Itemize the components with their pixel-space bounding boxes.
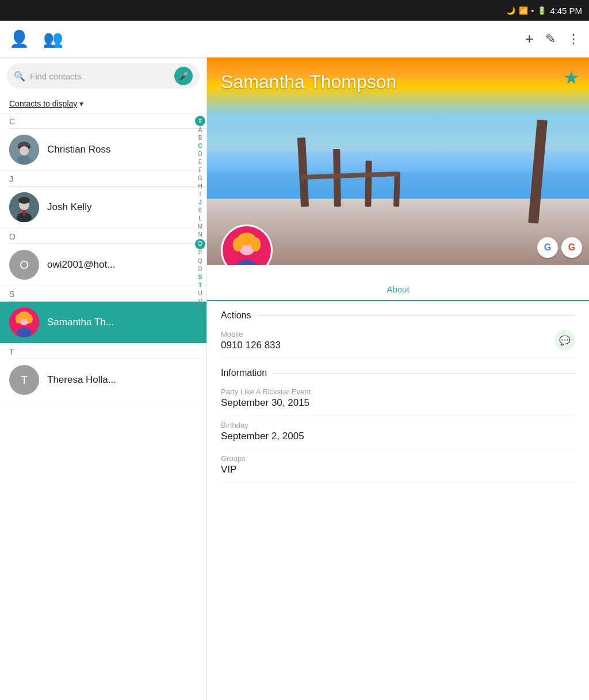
more-menu-button[interactable]: ⋮ xyxy=(567,32,580,47)
event-label: Party Like A Rickstar Event xyxy=(221,387,311,396)
alpha-w[interactable]: W xyxy=(197,306,202,314)
alpha-k[interactable]: K xyxy=(198,207,202,215)
sms-button[interactable]: 💬 xyxy=(554,330,575,351)
groups-field: Groups VIP xyxy=(221,450,575,483)
moon-icon: 🌙 xyxy=(506,6,515,15)
avatar-josh-kelly xyxy=(9,192,39,222)
groups-tab-icon[interactable]: 👥 xyxy=(43,29,63,48)
alpha-r[interactable]: R xyxy=(198,265,202,273)
event-value: September 30, 2015 xyxy=(221,397,311,409)
mobile-value[interactable]: 0910 126 833 xyxy=(221,340,281,351)
alpha-e[interactable]: E xyxy=(198,158,202,166)
tabs: About xyxy=(207,265,589,301)
svg-point-19 xyxy=(233,238,243,252)
edit-button[interactable]: ✎ xyxy=(545,32,556,47)
section-header-s: S xyxy=(0,286,206,301)
avatar-samantha-thompson-list xyxy=(9,307,39,337)
left-panel: 🔍 Find contacts 🎤 Contacts to display ▾ … xyxy=(0,58,207,700)
alpha-f[interactable]: F xyxy=(198,166,202,174)
contact-item-christian-ross[interactable]: Christian Ross xyxy=(0,129,206,171)
contact-name-christian-ross: Christian Ross xyxy=(47,144,111,155)
alpha-p[interactable]: P xyxy=(198,249,202,257)
section-header-actions: Actions xyxy=(221,301,575,325)
contact-item-josh-kelly[interactable]: Josh Kelly xyxy=(0,187,206,229)
event-field: Party Like A Rickstar Event September 30… xyxy=(221,383,575,416)
alpha-h[interactable]: H xyxy=(198,182,202,191)
post-3 xyxy=(365,161,372,207)
alpha-v[interactable]: V xyxy=(198,298,202,306)
alpha-q[interactable]: Q xyxy=(198,257,202,265)
svg-point-3 xyxy=(20,146,29,155)
section-header-t: T xyxy=(0,344,206,359)
alpha-a[interactable]: A xyxy=(198,126,202,134)
contact-item-theresa-holla[interactable]: T Theresa Holla... xyxy=(0,359,206,401)
svg-point-20 xyxy=(251,238,261,252)
svg-point-14 xyxy=(27,314,33,324)
star-icon[interactable]: ★ xyxy=(563,67,580,89)
status-time: 4:45 PM xyxy=(550,6,582,16)
search-bar: 🔍 Find contacts 🎤 xyxy=(7,63,200,89)
avatar-theresa-holla: T xyxy=(9,365,39,395)
add-contact-button[interactable]: + xyxy=(525,30,534,48)
alpha-l[interactable]: L xyxy=(198,215,202,223)
svg-point-7 xyxy=(18,197,30,204)
contact-name-josh-kelly: Josh Kelly xyxy=(47,201,91,213)
section-header-information: Information xyxy=(221,359,575,383)
birthday-label: Birthday xyxy=(221,421,304,429)
alpha-u[interactable]: U xyxy=(198,290,202,298)
alpha-b[interactable]: B xyxy=(198,134,202,142)
contact-item-owi2001[interactable]: O owi2001@hot... xyxy=(0,244,206,286)
birthday-field: Birthday September 2, 2005 xyxy=(221,416,575,450)
sms-icon: 💬 xyxy=(559,335,571,346)
mic-icon: 🎤 xyxy=(179,71,189,81)
alpha-t[interactable]: T xyxy=(198,281,202,290)
contact-banner: Samantha Thompson ★ G xyxy=(207,58,589,265)
app-bar: 👤 👥 + ✎ ⋮ xyxy=(0,21,589,58)
information-divider xyxy=(274,373,575,374)
contact-details: Actions Mobile 0910 126 833 💬 Informatio… xyxy=(207,301,589,700)
right-panel: Samantha Thompson ★ G xyxy=(207,58,589,700)
avatar-christian-ross xyxy=(9,135,39,165)
contacts-filter-label: Contacts to display xyxy=(9,99,77,108)
status-bar: 🌙 📶 ▪ 🔋 4:45 PM xyxy=(0,0,589,21)
contact-name-theresa-holla: Theresa Holla... xyxy=(47,374,116,386)
avatar-owi2001: O xyxy=(9,250,39,280)
google-icons: G G xyxy=(537,237,582,258)
person-tab-icon[interactable]: 👤 xyxy=(9,29,29,48)
contact-item-samantha-thompson[interactable]: Samantha Th... xyxy=(0,302,206,344)
mobile-label: Mobile xyxy=(221,330,281,338)
alpha-s[interactable]: S xyxy=(198,273,202,281)
contact-name-samantha-thompson-list: Samantha Th... xyxy=(47,317,114,328)
alpha-d[interactable]: D xyxy=(198,150,202,158)
mobile-field: Mobile 0910 126 833 💬 xyxy=(221,325,575,359)
main-layout: 🔍 Find contacts 🎤 Contacts to display ▾ … xyxy=(0,58,589,700)
google-icon-1[interactable]: G xyxy=(537,237,558,258)
svg-point-13 xyxy=(16,314,21,324)
app-bar-right: + ✎ ⋮ xyxy=(525,30,580,48)
section-header-c: C xyxy=(0,113,206,128)
search-icon: 🔍 xyxy=(14,71,25,82)
alpha-m[interactable]: M xyxy=(198,223,202,231)
alpha-c[interactable]: C xyxy=(198,142,202,150)
app-bar-left: 👤 👥 xyxy=(9,29,525,48)
alphabet-index: # A B C D E F G H I J K L M N O P Q R S xyxy=(194,113,206,700)
alpha-hash[interactable]: # xyxy=(195,116,205,126)
search-input[interactable]: Find contacts xyxy=(30,71,170,81)
alpha-i[interactable]: I xyxy=(200,191,201,199)
alpha-g[interactable]: G xyxy=(198,174,202,182)
alpha-j[interactable]: J xyxy=(198,199,202,207)
tab-about[interactable]: About xyxy=(207,279,589,300)
post-4 xyxy=(393,172,400,207)
contacts-filter[interactable]: Contacts to display ▾ xyxy=(0,94,206,113)
mic-button[interactable]: 🎤 xyxy=(174,67,193,85)
wifi-icon: 📶 xyxy=(519,6,528,15)
status-icons: 🌙 📶 ▪ 🔋 4:45 PM xyxy=(506,6,582,16)
google-icon-2[interactable]: G xyxy=(561,237,582,258)
information-title: Information xyxy=(221,368,267,378)
section-header-j: J xyxy=(0,171,206,186)
section-header-o: O xyxy=(0,229,206,244)
actions-title: Actions xyxy=(221,310,251,321)
svg-point-4 xyxy=(17,155,31,165)
alpha-n[interactable]: N xyxy=(198,231,202,239)
alpha-o[interactable]: O xyxy=(195,239,205,249)
